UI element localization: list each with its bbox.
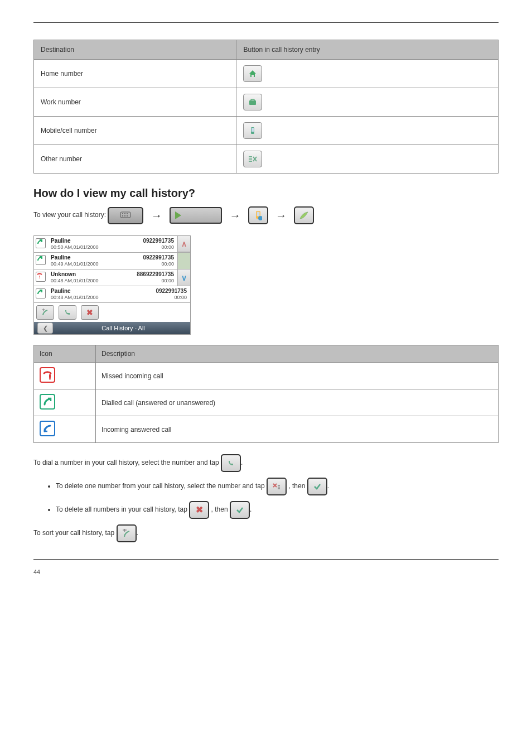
- scroll-up-button[interactable]: ∧: [178, 236, 190, 252]
- svg-point-8: [122, 213, 123, 214]
- col-icon: Icon: [34, 345, 96, 363]
- mobile-icon[interactable]: [243, 122, 262, 139]
- delete-button[interactable]: ✖: [81, 305, 99, 320]
- back-button[interactable]: ❮: [37, 322, 53, 334]
- desc-dialled: Dialled call (answered or unanswered): [96, 389, 499, 416]
- svg-rect-18: [49, 374, 51, 378]
- row-other-btn: [236, 145, 499, 174]
- call-history-panel: Pauline00:50 AM,01/01/2000 092299173500:…: [33, 235, 191, 335]
- confirm-yes-icon[interactable]: [230, 501, 250, 519]
- call-history-footer: ❮ Call History - All: [34, 322, 190, 334]
- delete-one-item: To delete one number from your call hist…: [56, 478, 499, 495]
- arrow-icon: →: [275, 209, 287, 221]
- arrow-icon: →: [151, 209, 162, 221]
- dial-button-icon[interactable]: [221, 454, 241, 472]
- outgoing-call-icon: [36, 255, 46, 265]
- svg-point-19: [49, 378, 51, 380]
- scrollbar-track[interactable]: [178, 253, 190, 269]
- desc-incoming: Incoming answered call: [96, 416, 499, 443]
- sort-calls-button[interactable]: [36, 305, 54, 320]
- sort-instruction: To sort your call history, tap .: [33, 524, 499, 542]
- call-row[interactable]: Pauline00:48 AM,01/01/2000 092299173500:…: [34, 286, 190, 302]
- dial-button[interactable]: [59, 305, 76, 320]
- svg-text:!: !: [39, 275, 41, 279]
- call-row[interactable]: ! Unknown00:48 AM,01/01/2000 88692299173…: [34, 269, 178, 286]
- briefcase-icon[interactable]: [243, 94, 262, 110]
- svg-point-13: [127, 215, 128, 216]
- call-row[interactable]: Pauline00:50 AM,01/01/2000 092299173500:…: [34, 236, 178, 252]
- outgoing-call-icon: [36, 238, 46, 248]
- home-icon[interactable]: [243, 65, 262, 82]
- col-destination: Destination: [34, 40, 236, 60]
- feather-icon[interactable]: [294, 206, 314, 224]
- delete-all-icon[interactable]: ✖: [189, 501, 209, 519]
- scroll-down-button[interactable]: ∨: [178, 269, 190, 286]
- row-other-label: Other number: [34, 145, 236, 174]
- mobile-info-icon[interactable]: [248, 206, 268, 224]
- call-row[interactable]: Pauline00:49 AM,01/01/2000 092299173500:…: [34, 253, 178, 269]
- dial-instruction: To dial a number in your call history, s…: [33, 454, 499, 472]
- list-x-icon[interactable]: [243, 151, 262, 167]
- row-work-btn: [236, 88, 499, 117]
- svg-point-10: [127, 213, 128, 214]
- svg-rect-3: [252, 128, 254, 132]
- row-mobile-btn: [236, 117, 499, 145]
- delete-all-item: To delete all numbers in your call histo…: [56, 501, 499, 519]
- svg-point-9: [124, 213, 125, 214]
- menu-key-icon[interactable]: [108, 207, 143, 224]
- svg-rect-7: [120, 212, 130, 218]
- svg-point-11: [122, 215, 123, 216]
- missed-call-icon: [40, 367, 55, 383]
- row-work-label: Work number: [34, 88, 236, 117]
- col-button: Button in call history entry: [236, 40, 499, 60]
- page-footer: 44: [33, 565, 499, 575]
- delete-instructions: To delete one number from your call hist…: [56, 478, 499, 519]
- row-home-label: Home number: [34, 60, 236, 88]
- confirm-yes-icon[interactable]: [307, 478, 327, 495]
- call-history-toolbar: ✖: [34, 302, 190, 322]
- row-mobile-label: Mobile/cell number: [34, 117, 236, 145]
- incoming-call-icon: [40, 421, 55, 436]
- nav-path: To view your call history: → → →: [33, 204, 499, 235]
- icon-legend-table: Icon Description Missed incoming call Di…: [33, 345, 499, 443]
- section-heading: How do I view my call history?: [33, 187, 499, 200]
- destination-table: Destination Button in call history entry…: [33, 40, 499, 174]
- dialled-call-icon: [40, 394, 55, 410]
- arrow-icon: →: [229, 209, 240, 221]
- svg-point-12: [124, 215, 125, 216]
- scroll-right-button[interactable]: [170, 207, 222, 224]
- row-home-btn: [236, 60, 499, 88]
- svg-rect-15: [257, 212, 259, 216]
- missed-call-icon: !: [36, 272, 46, 282]
- desc-missed: Missed incoming call: [96, 363, 499, 389]
- delete-one-icon[interactable]: [267, 478, 287, 495]
- outgoing-call-icon: [36, 288, 46, 298]
- col-desc: Description: [96, 345, 499, 363]
- sort-calls-icon[interactable]: [117, 524, 137, 542]
- svg-rect-1: [251, 99, 254, 101]
